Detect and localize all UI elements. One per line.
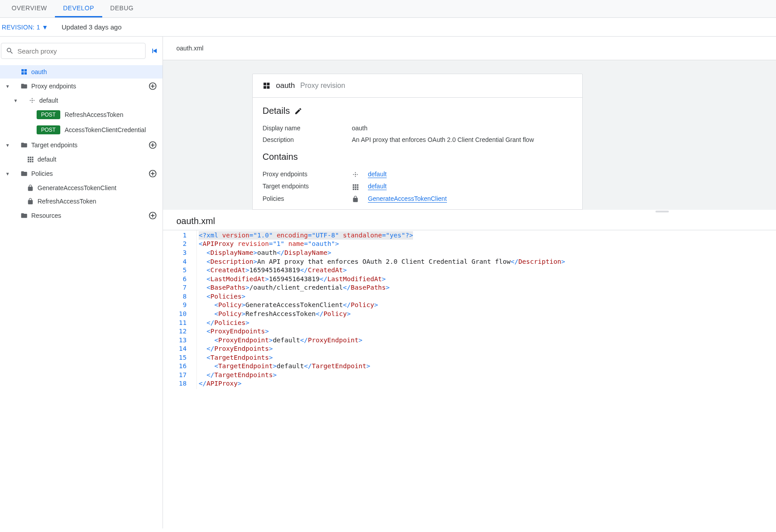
expand-icon[interactable]: ▼ xyxy=(4,84,12,89)
svg-rect-18 xyxy=(30,161,31,162)
tree-root-oauth[interactable]: oauth xyxy=(0,65,163,79)
collapse-sidebar-icon[interactable] xyxy=(150,46,159,55)
svg-rect-32 xyxy=(355,184,356,186)
edit-details-button[interactable] xyxy=(294,107,302,115)
svg-point-30 xyxy=(355,174,356,175)
tree-label: default xyxy=(39,97,157,104)
tree-root-label: oauth xyxy=(31,68,157,75)
endpoint-icon xyxy=(28,97,37,104)
revision-bar: REVISION: 1 ▼ Updated 3 days ago xyxy=(0,18,776,37)
search-box[interactable] xyxy=(1,43,146,59)
te-link[interactable]: default xyxy=(368,183,387,190)
resize-handle[interactable] xyxy=(655,211,669,212)
svg-rect-12 xyxy=(30,157,31,158)
tree-label: AccessTokenClientCredential xyxy=(65,126,146,133)
tree-flow-accesstoken[interactable]: POST AccessTokenClientCredential xyxy=(0,122,163,137)
svg-rect-39 xyxy=(357,188,358,190)
svg-rect-3 xyxy=(25,72,27,75)
add-proxy-endpoint-button[interactable] xyxy=(148,82,157,91)
svg-rect-19 xyxy=(32,161,33,162)
tab-overview[interactable]: OVERVIEW xyxy=(4,0,55,17)
method-badge: POST xyxy=(37,110,60,119)
tree-resources[interactable]: Resources xyxy=(0,208,163,223)
tree-policy-generate[interactable]: GenerateAccessTokenClient xyxy=(0,181,163,195)
tree-flow-refresh[interactable]: POST RefreshAccessToken xyxy=(0,107,163,122)
code-editor[interactable]: 123456789101112131415161718 <?xml versio… xyxy=(163,230,776,389)
proxy-icon xyxy=(263,82,271,90)
svg-rect-13 xyxy=(32,157,33,158)
proxy-icon xyxy=(20,68,29,75)
grid-icon xyxy=(26,156,35,163)
folder-icon xyxy=(20,141,29,149)
expand-icon[interactable]: ▼ xyxy=(12,98,20,103)
lock-icon xyxy=(26,198,35,205)
tree-proxy-endpoints[interactable]: ▼ Proxy endpoints xyxy=(0,79,163,94)
tab-debug[interactable]: DEBUG xyxy=(102,0,142,17)
proxy-tree: oauth ▼ Proxy endpoints ▼ default xyxy=(0,65,163,223)
pol-link[interactable]: GenerateAccessTokenClient xyxy=(368,195,447,203)
tab-develop[interactable]: DEVELOP xyxy=(55,0,102,17)
svg-rect-15 xyxy=(30,159,31,160)
file-tab[interactable]: oauth.xml xyxy=(163,37,776,60)
top-tabs: OVERVIEW DEVELOP DEBUG xyxy=(0,0,776,18)
updated-text: Updated 3 days ago xyxy=(62,23,121,31)
detail-area: oauth Proxy revision Details Display nam… xyxy=(163,60,776,210)
grid-icon xyxy=(352,183,362,191)
details-heading: Details xyxy=(263,106,290,116)
tree-label: Resources xyxy=(31,212,148,219)
svg-point-7 xyxy=(32,100,33,101)
pe-link[interactable]: default xyxy=(368,170,387,178)
svg-rect-16 xyxy=(32,159,33,160)
tree-label: GenerateAccessTokenClient xyxy=(38,184,157,191)
add-target-endpoint-button[interactable] xyxy=(148,141,157,150)
expand-icon[interactable]: ▼ xyxy=(4,171,12,176)
svg-rect-14 xyxy=(28,159,29,160)
tree-pe-default[interactable]: ▼ default xyxy=(0,94,163,107)
pol-key: Policies xyxy=(263,195,352,203)
svg-rect-2 xyxy=(21,72,24,75)
svg-rect-26 xyxy=(263,83,266,85)
tree-label: RefreshAccessToken xyxy=(38,198,157,205)
svg-rect-33 xyxy=(357,184,358,186)
pe-key: Proxy endpoints xyxy=(263,170,352,178)
code-body[interactable]: <?xml version="1.0" encoding="UTF-8" sta… xyxy=(197,230,776,389)
folder-icon xyxy=(20,170,29,177)
svg-rect-31 xyxy=(353,184,354,186)
svg-rect-1 xyxy=(25,69,27,71)
revision-selector[interactable]: REVISION: 1 ▼ xyxy=(2,24,48,31)
detail-card: oauth Proxy revision Details Display nam… xyxy=(252,74,583,210)
display-name-key: Display name xyxy=(263,125,352,132)
svg-rect-28 xyxy=(263,86,266,89)
lock-icon xyxy=(352,195,362,203)
description-value: An API proxy that enforces OAuth 2.0 Cli… xyxy=(352,136,572,143)
svg-rect-34 xyxy=(353,186,354,187)
display-name-value: oauth xyxy=(352,125,572,132)
tree-policy-refresh[interactable]: RefreshAccessToken xyxy=(0,195,163,208)
line-gutter: 123456789101112131415161718 xyxy=(163,230,197,389)
svg-rect-38 xyxy=(355,188,356,190)
tree-label: Target endpoints xyxy=(31,141,148,149)
tree-target-endpoints[interactable]: ▼ Target endpoints xyxy=(0,137,163,153)
tree-label: Policies xyxy=(31,170,148,177)
svg-rect-27 xyxy=(267,83,270,85)
te-key: Target endpoints xyxy=(263,183,352,190)
svg-rect-37 xyxy=(353,188,354,190)
add-resource-button[interactable] xyxy=(148,211,157,220)
svg-rect-11 xyxy=(28,157,29,158)
search-input[interactable] xyxy=(17,47,141,55)
tree-te-default[interactable]: default xyxy=(0,153,163,166)
chevron-down-icon: ▼ xyxy=(42,24,48,31)
add-policy-button[interactable] xyxy=(148,169,157,178)
svg-rect-29 xyxy=(267,86,270,89)
tree-label: Proxy endpoints xyxy=(31,83,148,90)
folder-icon xyxy=(20,212,29,219)
lock-icon xyxy=(26,184,35,191)
folder-icon xyxy=(20,83,29,90)
method-badge: POST xyxy=(37,125,60,134)
expand-icon[interactable]: ▼ xyxy=(4,143,12,148)
proxy-name: oauth xyxy=(276,81,295,90)
contains-heading: Contains xyxy=(263,152,298,162)
svg-rect-36 xyxy=(357,186,358,187)
tree-policies[interactable]: ▼ Policies xyxy=(0,166,163,181)
search-icon xyxy=(6,47,14,55)
